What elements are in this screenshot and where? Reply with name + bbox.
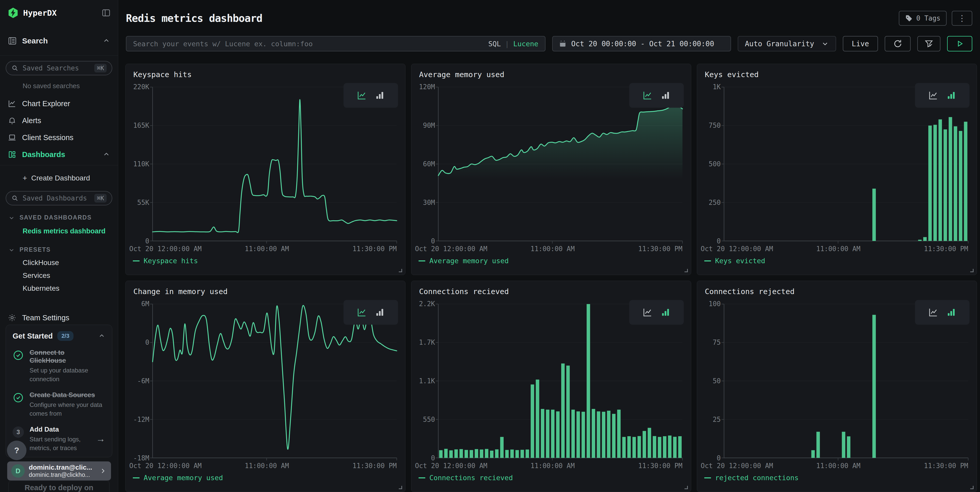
- saved-searches-input[interactable]: Saved Searches ⌘K: [6, 61, 112, 75]
- resize-handle[interactable]: [684, 269, 688, 272]
- x-tick-label: 11:00:00 AM: [245, 462, 289, 470]
- nav-label: Dashboards: [22, 150, 65, 159]
- resize-handle[interactable]: [399, 486, 402, 489]
- create-dashboard-button[interactable]: + Create Dashboard: [0, 170, 118, 186]
- sidebar-item-team-settings[interactable]: Team Settings: [0, 309, 118, 326]
- line-chart-icon[interactable]: [356, 90, 367, 100]
- sql-mode-toggle[interactable]: SQL: [488, 40, 501, 48]
- chevron-down-icon: [8, 214, 15, 221]
- refresh-button[interactable]: [885, 36, 911, 51]
- y-tick-label: 50: [697, 377, 721, 385]
- team-settings-label: Team Settings: [22, 314, 69, 322]
- y-tick-label: 30M: [411, 199, 435, 206]
- command-k-shortcut: ⌘K: [94, 64, 107, 73]
- sidebar-item-dashboards[interactable]: Dashboards: [0, 146, 118, 163]
- more-options-button[interactable]: ⋮: [952, 11, 972, 26]
- chart-panel-keyspace-hits: Keyspace hits 220K165K110K55K0 Oct 20 12…: [126, 64, 406, 275]
- get-started-card: Get Started 2/3 Connect to ClickHouse Se…: [6, 325, 112, 457]
- presets-group[interactable]: PRESETS: [8, 246, 118, 253]
- live-button[interactable]: Live: [843, 36, 878, 51]
- x-axis-labels: Oct 20 12:00:00 AM11:00:00 AM11:30:00 PM: [126, 462, 405, 471]
- y-tick-label: 550: [411, 416, 435, 424]
- chart-type-toggle: [344, 300, 398, 325]
- y-tick-label: 25: [697, 416, 721, 424]
- sidebar-item-chart-explorer[interactable]: Chart Explorer: [0, 95, 118, 112]
- sidebar-item-client-sessions[interactable]: Client Sessions: [0, 129, 118, 146]
- line-chart-icon[interactable]: [928, 307, 939, 317]
- y-tick-label: 165K: [126, 122, 149, 129]
- check-circle-icon: [13, 349, 30, 383]
- user-profile-chip[interactable]: D dominic.tran@clic... dominic.tran@clic…: [7, 462, 111, 481]
- x-tick-label: 11:00:00 AM: [245, 245, 289, 253]
- y-tick-label: 750: [697, 122, 721, 129]
- bar-chart-icon[interactable]: [375, 90, 385, 100]
- y-tick-label: 220K: [126, 83, 149, 91]
- line-chart-icon[interactable]: [643, 90, 653, 100]
- get-started-item-add-data[interactable]: 3 Add Data Start sending logs, metrics, …: [13, 425, 105, 452]
- run-query-button[interactable]: [947, 36, 972, 51]
- sidebar-item-alerts[interactable]: Alerts: [0, 112, 118, 129]
- filter-button[interactable]: [917, 36, 940, 51]
- cloud-promo-text: Ready to deploy on ClickHouse Cloud?: [0, 483, 118, 492]
- x-tick-label: Oct 20 12:00:00 AM: [701, 245, 773, 253]
- x-tick-label: Oct 20 12:00:00 AM: [415, 245, 487, 253]
- line-chart-icon[interactable]: [356, 307, 367, 317]
- x-tick-label: Oct 20 12:00:00 AM: [415, 462, 487, 470]
- resize-handle[interactable]: [399, 269, 402, 272]
- lucene-mode-toggle[interactable]: Lucene: [513, 40, 538, 48]
- get-started-header[interactable]: Get Started 2/3: [13, 331, 105, 341]
- tags-button[interactable]: 0 Tags: [899, 11, 947, 26]
- search-section-label: Search: [22, 37, 48, 45]
- check-circle-icon: [13, 391, 30, 418]
- y-tick-label: 0: [697, 237, 721, 245]
- hyperdx-logo-icon: [7, 7, 19, 19]
- x-tick-label: 11:30:00 PM: [353, 462, 397, 470]
- y-tick-label: 0: [126, 339, 149, 346]
- sidebar-item-kubernetes[interactable]: Kubernetes: [0, 282, 118, 295]
- dashboard-grid: Keyspace hits 220K165K110K55K0 Oct 20 12…: [126, 64, 977, 492]
- bar-chart-icon[interactable]: [660, 307, 671, 317]
- search-icon: [11, 194, 19, 202]
- y-axis-labels: 1K7505002500: [697, 64, 721, 275]
- calendar-icon: [559, 40, 566, 48]
- help-button[interactable]: ?: [7, 441, 27, 460]
- resize-handle[interactable]: [970, 486, 974, 489]
- line-chart-icon[interactable]: [928, 90, 939, 100]
- resize-handle[interactable]: [684, 486, 688, 489]
- line-chart-icon[interactable]: [643, 307, 653, 317]
- saved-dashboards-group[interactable]: SAVED DASHBOARDS: [8, 214, 118, 221]
- get-started-item-sources[interactable]: Create Data Sources Configure where your…: [13, 391, 105, 418]
- x-axis-labels: Oct 20 12:00:00 AM11:00:00 AM11:30:00 PM: [697, 245, 977, 254]
- play-icon: [956, 40, 964, 48]
- y-tick-label: 0: [126, 237, 149, 245]
- y-axis-labels: 6M0-6M-12M-18M: [126, 281, 149, 492]
- chart-panel-keys-evicted: Keys evicted 1K7505002500 Oct 20 12:00:0…: [697, 64, 977, 275]
- bar-chart-icon[interactable]: [375, 307, 385, 317]
- resize-handle[interactable]: [970, 269, 974, 272]
- sidebar-item-redis-dashboard[interactable]: Redis metrics dashboard: [0, 225, 118, 237]
- y-tick-label: 60M: [411, 160, 435, 168]
- get-started-item-connect[interactable]: Connect to ClickHouse Set up your databa…: [13, 349, 105, 383]
- x-axis-labels: Oct 20 12:00:00 AM11:00:00 AM11:30:00 PM: [411, 245, 691, 254]
- bar-chart-icon[interactable]: [946, 307, 956, 317]
- y-tick-label: 500: [697, 160, 721, 168]
- item-desc: Configure where your data comes from: [30, 401, 105, 418]
- no-saved-searches-text: No saved searches: [22, 82, 118, 90]
- granularity-dropdown[interactable]: Auto Granularity: [738, 36, 836, 51]
- sidebar-item-search[interactable]: Search: [0, 32, 118, 49]
- legend-swatch: [704, 260, 711, 261]
- chart-panel-average-memory: Average memory used 120M90M60M30M0 Oct 2…: [411, 64, 691, 275]
- y-tick-label: 1.7K: [411, 339, 435, 346]
- sidebar-item-services[interactable]: Services: [0, 269, 118, 282]
- bar-chart-icon[interactable]: [660, 90, 671, 100]
- chevron-up-icon: [102, 151, 110, 158]
- date-range-picker[interactable]: Oct 20 00:00:00 - Oct 21 00:00:00: [552, 36, 731, 51]
- sidebar-item-clickhouse[interactable]: ClickHouse: [0, 256, 118, 269]
- brand-name: HyperDX: [23, 8, 57, 18]
- app-root: HyperDX Search Sav: [0, 0, 980, 492]
- saved-dashboards-input[interactable]: Saved Dashboards ⌘K: [6, 191, 112, 205]
- bar-chart-icon[interactable]: [946, 90, 956, 100]
- search-input[interactable]: Search your events w/ Lucene ex. column:…: [126, 36, 546, 51]
- chart-panel-connections-rejected: Connections rejected 1007550250 Oct 20 1…: [697, 281, 977, 492]
- sidebar-collapse-icon[interactable]: [102, 8, 111, 18]
